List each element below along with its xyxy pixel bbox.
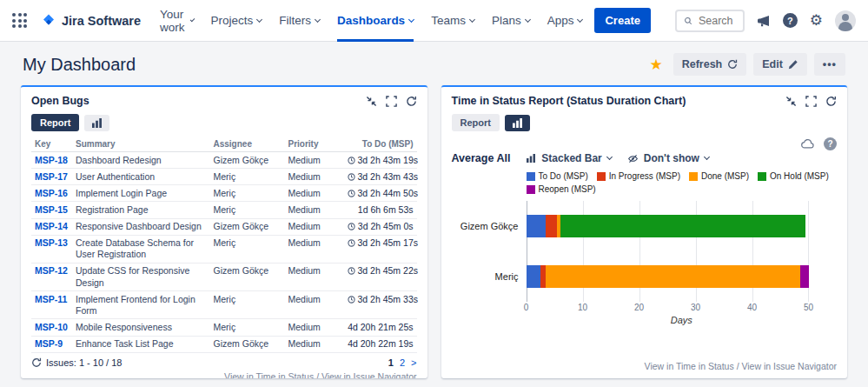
- issue-key-link[interactable]: MSP-12: [31, 263, 72, 290]
- reload-issues-icon[interactable]: [31, 357, 42, 368]
- issue-priority: Medium: [285, 169, 344, 185]
- tab-chart[interactable]: [505, 115, 530, 131]
- nav-item-dashboards[interactable]: Dashboards: [337, 0, 414, 42]
- announcement-icon[interactable]: [757, 14, 771, 28]
- favorite-star-icon[interactable]: ★: [649, 56, 662, 74]
- timer-icon: [348, 296, 355, 304]
- minimize-gadget-icon[interactable]: [785, 96, 797, 107]
- minimize-gadget-icon[interactable]: [366, 96, 377, 107]
- nav-item-plans[interactable]: Plans: [492, 0, 530, 42]
- issue-time-in-status: 3d 2h 45m 33s: [344, 291, 417, 319]
- gear-icon[interactable]: ⚙: [810, 13, 823, 28]
- avatar[interactable]: [835, 10, 856, 31]
- issue-assignee: Meriç: [210, 169, 285, 185]
- table-row: MSP-18Dashboard RedesignGizem GökçeMediu…: [31, 152, 417, 169]
- issue-priority: Medium: [285, 263, 344, 290]
- column-header-todo[interactable]: To Do (MSP): [344, 137, 417, 152]
- tab-report[interactable]: Report: [31, 114, 79, 131]
- table-row: MSP-14Responsive Dashboard DesignGizem G…: [31, 218, 417, 235]
- table-header-row: Key Summary Assignee Priority To Do (MSP…: [31, 137, 417, 152]
- table-row: MSP-9Enhance Task List PageGizem GökçeMe…: [31, 336, 417, 352]
- pagination: 1 2 >: [388, 357, 417, 368]
- search-input[interactable]: [699, 15, 736, 27]
- nav-item-filters[interactable]: Filters: [279, 0, 320, 42]
- issue-summary: Enhance Task List Page: [72, 336, 210, 352]
- issue-assignee: Meriç: [210, 185, 285, 202]
- nav-item-teams[interactable]: Teams: [431, 0, 474, 42]
- issue-key-link[interactable]: MSP-16: [31, 185, 72, 202]
- issue-summary: Dashboard Redesign: [72, 152, 210, 169]
- jira-logo[interactable]: Jira Software: [41, 13, 141, 29]
- maximize-gadget-icon[interactable]: [805, 96, 817, 107]
- refresh-gadget-icon[interactable]: [406, 96, 417, 107]
- view-in-time-in-status-link[interactable]: View in Time in Status: [645, 361, 734, 371]
- table-row: MSP-17User AuthenticationMeriçMedium3d 2…: [31, 169, 417, 185]
- page-1[interactable]: 1: [388, 357, 394, 368]
- cloud-export-icon[interactable]: [801, 139, 815, 149]
- issue-key-link[interactable]: MSP-15: [31, 202, 72, 218]
- table-row: MSP-15Registration PageMeriçMedium1d 6h …: [31, 202, 417, 218]
- nav-item-projects[interactable]: Projects: [211, 0, 262, 42]
- dashboard-actions: ★ Refresh Edit •••: [649, 53, 845, 76]
- refresh-icon: [727, 59, 738, 70]
- more-button[interactable]: •••: [814, 53, 845, 76]
- page-2[interactable]: 2: [400, 357, 405, 368]
- issue-key-link[interactable]: MSP-10: [31, 319, 72, 336]
- issue-priority: Medium: [285, 152, 344, 169]
- table-row: MSP-10Mobile ResponsivenessMeriçMedium4d…: [31, 319, 417, 336]
- column-header-summary[interactable]: Summary: [72, 137, 210, 152]
- legend-swatch: [527, 185, 535, 194]
- chart-type-dropdown[interactable]: Stacked Bar: [526, 152, 611, 164]
- issue-assignee: Meriç: [210, 202, 285, 218]
- issue-key-link[interactable]: MSP-9: [31, 336, 72, 352]
- issue-assignee: Gizem Gökçe: [210, 336, 285, 352]
- issue-key-link[interactable]: MSP-14: [31, 218, 72, 235]
- gadget-help-icon[interactable]: ?: [824, 137, 837, 150]
- issue-time-in-status: 1d 6h 6m 53s: [344, 202, 417, 218]
- bar-chart-icon: [91, 118, 103, 128]
- issue-key-link[interactable]: MSP-11: [31, 291, 72, 319]
- app-root: Jira Software Your workProjectsFiltersDa…: [0, 0, 868, 387]
- dont-show-dropdown[interactable]: Don't show: [627, 152, 709, 164]
- issue-key-link[interactable]: MSP-18: [31, 152, 72, 169]
- issue-summary: Implement Frontend for Login Form: [72, 291, 210, 319]
- issues-count: Issues: 1 - 10 / 18: [31, 357, 122, 368]
- chevron-down-icon: [408, 16, 414, 22]
- open-bugs-table: Key Summary Assignee Priority To Do (MSP…: [31, 137, 417, 353]
- refresh-button[interactable]: Refresh: [673, 53, 747, 76]
- bar-row: [527, 201, 838, 251]
- view-in-time-in-status-link[interactable]: View in Time in Status: [224, 371, 314, 378]
- create-button[interactable]: Create: [594, 8, 650, 33]
- column-header-priority[interactable]: Priority: [285, 137, 344, 152]
- tab-report[interactable]: Report: [452, 114, 500, 131]
- issue-summary: Responsive Dashboard Design: [72, 218, 210, 235]
- gadget-footer-links: View in Time in Status / View in Issue N…: [31, 368, 417, 378]
- issue-assignee: Meriç: [210, 235, 285, 263]
- refresh-gadget-icon[interactable]: [825, 96, 837, 107]
- view-in-issue-navigator-link[interactable]: View in Issue Navigator: [741, 361, 837, 371]
- issue-priority: Medium: [285, 291, 344, 319]
- app-switcher-icon[interactable]: [12, 13, 27, 28]
- bar-segment: [800, 265, 809, 288]
- tab-chart[interactable]: [84, 115, 109, 131]
- issue-key-link[interactable]: MSP-13: [31, 235, 72, 263]
- issue-time-in-status: 4d 20h 21m 25s: [344, 319, 417, 336]
- chart-controls: Average All Stacked Bar Don't show: [452, 152, 838, 164]
- help-icon[interactable]: ?: [783, 13, 798, 28]
- view-in-issue-navigator-link[interactable]: View in Issue Navigator: [321, 371, 417, 378]
- issue-summary: Mobile Responsiveness: [72, 319, 210, 336]
- issue-key-link[interactable]: MSP-17: [31, 169, 72, 185]
- nav-item-your-work[interactable]: Your work: [160, 0, 194, 42]
- category-axis: Gizem GökçeMeriç: [452, 201, 527, 302]
- nav-item-apps[interactable]: Apps: [547, 0, 583, 42]
- next-page-arrow[interactable]: >: [411, 357, 416, 368]
- edit-button[interactable]: Edit: [753, 53, 807, 76]
- column-header-key[interactable]: Key: [31, 137, 72, 152]
- stacked-bar-chart: Gizem GökçeMeriç: [452, 201, 838, 302]
- column-header-assignee[interactable]: Assignee: [210, 137, 285, 152]
- hide-labels-icon: [627, 153, 639, 164]
- maximize-gadget-icon[interactable]: [386, 96, 397, 107]
- gadget-footer-links: View in Time in Status / View in Issue N…: [452, 357, 838, 371]
- search-box[interactable]: [675, 10, 745, 32]
- legend-item: On Hold (MSP): [758, 171, 829, 181]
